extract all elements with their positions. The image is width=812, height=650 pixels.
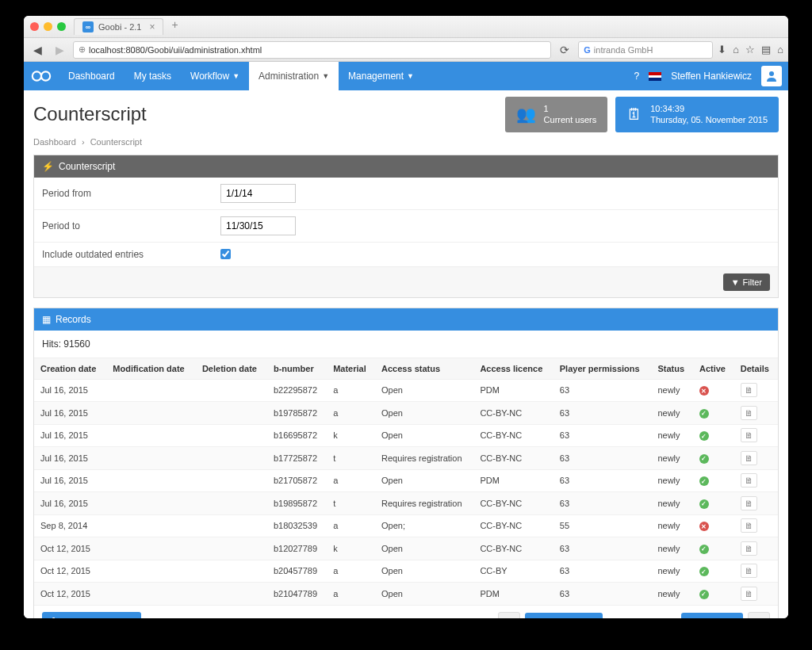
table-cell: newly — [651, 402, 693, 425]
user-avatar-icon[interactable] — [761, 66, 782, 86]
forward-button[interactable]: ▶ — [51, 41, 68, 59]
check-circle-icon: ✓ — [699, 567, 709, 576]
home-icon[interactable]: ⌂ — [733, 44, 739, 55]
breadcrumb-home[interactable]: Dashboard — [33, 137, 76, 147]
table-cell: 63 — [553, 560, 652, 583]
table-cell: Jul 16, 2015 — [34, 379, 106, 402]
nav-dashboard[interactable]: Dashboard — [59, 62, 124, 90]
column-header[interactable]: b-number — [267, 358, 327, 379]
table-cell: b18032539 — [267, 514, 327, 537]
details-button[interactable]: 🗎 — [741, 496, 757, 510]
details-button[interactable]: 🗎 — [741, 473, 757, 488]
active-cell: ✓ — [693, 583, 734, 606]
reader-icon[interactable]: ▤ — [761, 44, 771, 55]
nav-management[interactable]: Management▼ — [339, 62, 423, 90]
details-cell: 🗎 — [734, 537, 778, 560]
include-outdated-checkbox[interactable] — [220, 249, 231, 259]
active-cell: ✕ — [693, 514, 734, 537]
period-to-input[interactable] — [220, 216, 296, 235]
language-flag-icon[interactable] — [649, 72, 661, 81]
nav-workflow[interactable]: Workflow▼ — [181, 62, 249, 90]
table-cell: b17725872 — [267, 447, 327, 470]
period-from-label: Period from — [42, 188, 220, 199]
column-header[interactable]: Player permissions — [553, 358, 652, 379]
column-header[interactable]: Details — [734, 358, 778, 379]
details-button[interactable]: 🗎 — [741, 518, 757, 533]
table-cell: b22295872 — [267, 379, 327, 402]
next-page-button[interactable]: Next page › — [681, 613, 743, 618]
table-cell: Open; — [375, 514, 473, 537]
filter-panel-title: Counterscript — [59, 161, 115, 172]
column-header[interactable]: Deletion date — [196, 358, 267, 379]
table-cell — [106, 514, 196, 537]
table-cell: CC-BY-NC — [473, 537, 553, 560]
table-cell: a — [327, 583, 375, 606]
url-bar[interactable]: ⊕ localhost:8080/Goobi/uii/administratio… — [73, 41, 551, 59]
column-header[interactable]: Active — [693, 358, 734, 379]
new-tab-button[interactable]: + — [167, 18, 182, 35]
table-row: Sep 8, 2014b18032539aOpen;CC-BY-NC55newl… — [34, 514, 778, 537]
column-header[interactable]: Creation date — [34, 358, 106, 379]
breadcrumb: Dashboard › Counterscript — [33, 137, 779, 147]
download-icon[interactable]: ⬇ — [718, 44, 726, 55]
details-button[interactable]: 🗎 — [741, 451, 757, 465]
minimize-window-icon[interactable] — [44, 22, 52, 31]
table-cell: Open — [375, 560, 473, 583]
username-label[interactable]: Steffen Hankiewicz — [671, 71, 752, 82]
column-header[interactable]: Modification date — [106, 358, 196, 379]
table-cell: Oct 12, 2015 — [34, 537, 106, 560]
nav-my-tasks[interactable]: My tasks — [124, 62, 181, 90]
period-from-input[interactable] — [220, 184, 296, 203]
first-page-button[interactable]: « — [498, 612, 520, 618]
search-box[interactable]: G intranda GmbH — [578, 41, 713, 59]
table-cell — [106, 379, 196, 402]
breadcrumb-current: Counterscript — [90, 137, 142, 147]
table-cell: newly — [651, 379, 693, 402]
active-cell: ✕ — [693, 379, 734, 402]
column-header[interactable]: Access licence — [473, 358, 553, 379]
table-cell — [106, 583, 196, 606]
browser-tab[interactable]: ∞ Goobi - 2.1 × — [74, 18, 163, 35]
column-header[interactable]: Access status — [375, 358, 473, 379]
details-button[interactable]: 🗎 — [741, 406, 757, 420]
table-cell — [196, 537, 267, 560]
reload-button[interactable]: ⟳ — [556, 41, 573, 59]
column-header[interactable]: Status — [651, 358, 693, 379]
maximize-window-icon[interactable] — [57, 22, 66, 31]
details-button[interactable]: 🗎 — [741, 383, 757, 397]
details-button[interactable]: 🗎 — [741, 587, 757, 601]
app-logo[interactable] — [24, 62, 59, 90]
previous-page-button[interactable]: ‹ Previous page — [525, 613, 603, 618]
close-window-icon[interactable] — [30, 22, 39, 31]
table-cell: Open — [375, 379, 473, 402]
filter-button[interactable]: ▼ Filter — [723, 273, 770, 291]
table-cell — [106, 537, 196, 560]
tab-title: Goobi - 2.1 — [98, 22, 141, 32]
details-button[interactable]: 🗎 — [741, 428, 757, 442]
table-cell: newly — [651, 447, 693, 470]
table-cell — [196, 402, 267, 425]
table-row: Jul 16, 2015b17725872tRequires registrat… — [34, 447, 778, 470]
details-cell: 🗎 — [734, 379, 778, 402]
details-button[interactable]: 🗎 — [741, 541, 757, 556]
active-cell: ✓ — [693, 424, 734, 447]
table-cell: Oct 12, 2015 — [34, 560, 106, 583]
pocket-icon[interactable]: ⌂ — [777, 44, 783, 55]
nav-administration[interactable]: Administration▼ — [249, 62, 339, 90]
last-page-button[interactable]: » — [748, 612, 770, 618]
help-icon[interactable]: ? — [634, 71, 639, 82]
column-header[interactable]: Material — [327, 358, 375, 379]
details-button[interactable]: 🗎 — [741, 564, 757, 578]
table-cell: 63 — [553, 424, 652, 447]
tab-close-icon[interactable]: × — [149, 21, 155, 32]
table-cell: a — [327, 560, 375, 583]
caret-down-icon: ▼ — [322, 72, 329, 80]
bookmark-icon[interactable]: ☆ — [745, 44, 755, 55]
current-users-box[interactable]: 👥 1 Current users — [505, 97, 608, 132]
table-cell: b12027789 — [267, 537, 327, 560]
users-label: Current users — [544, 114, 597, 125]
download-csv-button[interactable]: ⬇ Download CSV file — [42, 612, 141, 618]
back-button[interactable]: ◀ — [29, 41, 46, 59]
table-cell: CC-BY-NC — [473, 492, 553, 515]
table-cell: t — [327, 447, 375, 470]
